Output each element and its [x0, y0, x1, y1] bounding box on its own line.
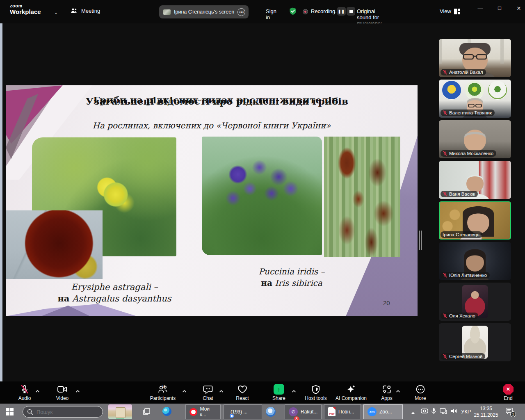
notification-center-button[interactable]: 1 — [505, 407, 513, 416]
search-icon — [27, 409, 33, 415]
viber-unread-badge: 8 — [294, 416, 299, 420]
participant-tile[interactable]: Анатолій Вакал — [439, 39, 511, 77]
more-label: More — [403, 395, 438, 401]
pause-recording-button[interactable]: ❚❚ — [337, 7, 346, 16]
participant-tile[interactable]: Микола Москаленко — [439, 120, 511, 158]
window-maximize-button[interactable]: ☐ — [491, 0, 508, 16]
video-options-chevron[interactable] — [75, 387, 80, 395]
view-button-label[interactable]: View — [440, 8, 451, 14]
tab-meeting[interactable]: Meeting — [71, 7, 100, 14]
participant-name: Валентина Торяник — [449, 110, 492, 115]
view-layout-icon[interactable] — [454, 9, 460, 16]
edge-browser-icon[interactable] — [162, 407, 171, 416]
share-options-chevron[interactable] — [292, 387, 296, 395]
participant-name-label: Юлія Литвиненко — [441, 272, 490, 278]
security-shield-icon[interactable] — [289, 7, 297, 17]
react-button[interactable]: React — [225, 384, 260, 401]
panel-resize-handle[interactable] — [419, 231, 422, 250]
participants-options-chevron[interactable] — [182, 387, 187, 395]
chat-label: Chat — [191, 395, 225, 401]
meeting-tab-label: Meeting — [81, 8, 100, 14]
ai-companion-button[interactable]: AI Companion — [334, 384, 368, 401]
task-view-button[interactable] — [143, 408, 151, 417]
muted-mic-icon — [443, 110, 447, 115]
taskbar-window-opera[interactable]: Мои к... — [185, 404, 221, 419]
host-tools-shield-icon — [299, 384, 333, 395]
caption-puccinia-species: Iris sibirica — [275, 278, 322, 288]
muted-mic-icon — [443, 313, 447, 318]
heart-icon — [225, 384, 260, 395]
logo-workplace-text: Workplace — [10, 9, 41, 15]
participant-tile[interactable]: Юлія Литвиненко — [439, 242, 511, 280]
taskbar-window-pdf[interactable]: PDF Повн... — [324, 404, 361, 419]
audio-label: Audio — [7, 395, 42, 401]
end-meeting-button[interactable]: ✕ End — [491, 384, 525, 401]
audio-options-chevron[interactable] — [35, 387, 40, 395]
participants-icon: 8 — [146, 384, 180, 395]
apps-options-chevron[interactable] — [396, 387, 400, 395]
windows-logo-icon — [6, 408, 14, 415]
participant-tile[interactable]: Ваня Васюк — [439, 161, 511, 199]
caption-puccinia: Puccinia iridis – на Iris sibirica — [249, 266, 335, 289]
chat-options-chevron[interactable] — [219, 387, 224, 395]
recording-indicator-icon — [303, 9, 308, 14]
tray-language-indicator[interactable]: УКР — [461, 409, 471, 415]
tray-clock[interactable]: 13:35 25.11.2025 — [472, 405, 500, 418]
zoom-workplace-logo: zoom Workplace — [10, 4, 41, 15]
participant-tile[interactable]: Сергей Мазной — [439, 323, 511, 361]
video-button[interactable]: Video — [45, 384, 80, 401]
participants-button[interactable]: 8 Participants — [146, 384, 180, 401]
taskbar-window-zoom-active[interactable]: zm Zoo... — [363, 404, 403, 419]
zoom-app-icon: zm — [368, 407, 377, 416]
pdf-icon: PDF — [328, 407, 336, 416]
stop-recording-button[interactable] — [347, 7, 355, 16]
taskbar-window-chrome[interactable]: v (193) ... — [224, 404, 262, 419]
photo-rust-on-leaves — [324, 137, 400, 257]
logo-zoom-text: zoom — [10, 4, 41, 9]
start-button[interactable] — [0, 404, 20, 420]
share-button[interactable]: ↑ Share — [262, 384, 296, 401]
shared-screen-pill[interactable]: Ірина Степанець's screen ••• — [159, 5, 249, 18]
window-close-button[interactable]: ✕ — [510, 0, 525, 16]
opera-icon — [189, 408, 197, 416]
participant-name-label: Ірина Степанець — [441, 231, 482, 238]
shared-screen-more-icon[interactable]: ••• — [237, 8, 245, 16]
participant-tile[interactable]: Оля Хекало — [439, 283, 511, 321]
participant-tile-active-speaker[interactable]: Ірина Степанець — [439, 201, 511, 240]
end-label: End — [491, 395, 525, 401]
participant-name-label: Анатолій Вакал — [441, 69, 486, 75]
caption-puccinia-na: на — [261, 278, 272, 288]
ai-companion-sparkle-icon — [334, 384, 368, 395]
tray-capture-icon[interactable] — [421, 408, 428, 416]
window-minimize-button[interactable]: — — [472, 0, 489, 16]
tray-show-hidden-icons[interactable] — [411, 409, 415, 416]
tray-time: 13:35 — [472, 405, 500, 412]
windows-taskbar: Мои к... v (193) ... ✆ 8 Rakut... PDF По… — [0, 404, 525, 420]
taskbar-search[interactable] — [23, 406, 103, 418]
react-label: React — [225, 395, 260, 401]
participants-count-badge: 8 — [162, 384, 165, 389]
photo-microscopy-chasmothecium — [6, 210, 103, 279]
presentation-slide: Гриби на рідкісних видах рослин-живителі… — [6, 85, 418, 316]
share-screen-icon: ↑ — [274, 384, 284, 395]
widgets-button[interactable] — [108, 404, 132, 419]
participant-name-label: Сергей Мазной — [441, 353, 485, 360]
participant-tile[interactable]: Валентина Торяник — [439, 80, 511, 118]
apps-label: Apps — [370, 395, 404, 401]
tray-volume-icon[interactable] — [450, 408, 458, 416]
caption-puccinia-line1: Puccinia iridis – — [259, 267, 325, 276]
sign-in-link[interactable]: Sign in — [266, 8, 276, 21]
taskbar-window-viber[interactable]: ✆ 8 Rakut... — [285, 404, 322, 419]
workspace-chevron-down-icon[interactable]: ⌄ — [54, 9, 58, 15]
browser-app-icon[interactable] — [266, 407, 276, 417]
more-button[interactable]: More — [403, 384, 438, 401]
photo-iris-sibirica — [202, 137, 322, 255]
muted-mic-icon — [443, 273, 447, 278]
host-tools-button[interactable]: Host tools — [299, 384, 333, 401]
muted-mic-icon — [443, 151, 447, 156]
tray-microphone-icon[interactable] — [431, 408, 436, 416]
ai-companion-label: AI Companion — [334, 395, 368, 401]
search-input[interactable] — [37, 409, 94, 415]
tray-network-icon[interactable] — [440, 408, 447, 416]
participant-name: Сергей Мазной — [449, 354, 482, 359]
